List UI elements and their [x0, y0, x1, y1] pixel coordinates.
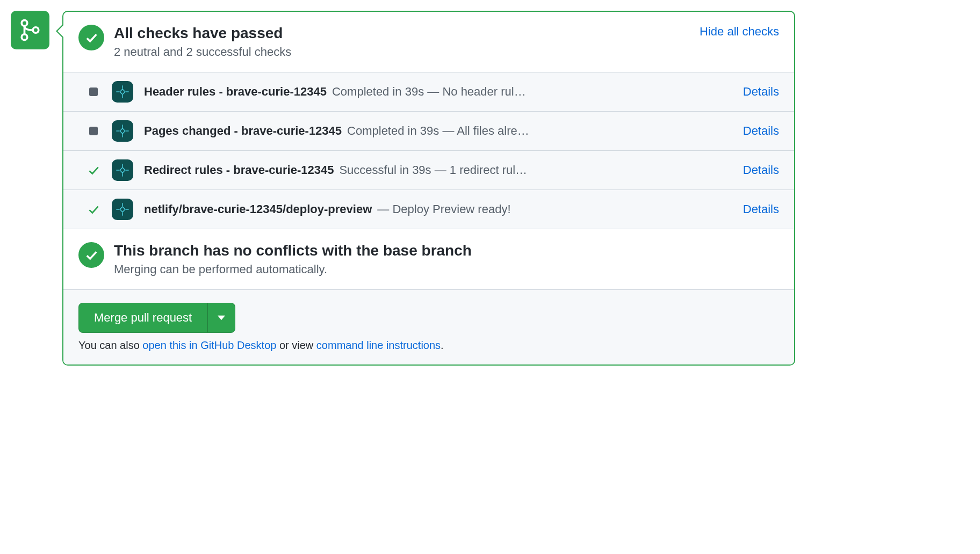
hint-suffix: .: [441, 339, 444, 351]
hide-all-checks-link[interactable]: Hide all checks: [700, 25, 779, 39]
details-link[interactable]: Details: [743, 202, 779, 216]
open-github-desktop-link[interactable]: open this in GitHub Desktop: [142, 339, 276, 351]
check-name: Header rules - brave-curie-12345: [144, 85, 327, 99]
check-description: Completed in 39s — All files alre…: [347, 124, 529, 138]
neutral-icon: [89, 88, 98, 96]
checks-summary-section: All checks have passed 2 neutral and 2 s…: [63, 12, 794, 72]
neutral-icon: [89, 127, 98, 135]
merge-action-section: Merge pull request You can also open thi…: [63, 290, 794, 365]
check-icon: [87, 202, 100, 216]
netlify-app-icon: [112, 159, 133, 181]
merge-badge: [11, 11, 49, 49]
check-description: Completed in 39s — No header rul…: [332, 85, 526, 99]
command-line-instructions-link[interactable]: command line instructions: [316, 339, 441, 351]
conflicts-section: This branch has no conflicts with the ba…: [63, 229, 794, 290]
success-circle-icon: [78, 25, 104, 50]
caret-down-icon: [218, 314, 225, 322]
details-link[interactable]: Details: [743, 163, 779, 177]
hint-middle: or view: [276, 339, 316, 351]
git-merge-icon: [19, 19, 41, 41]
details-link[interactable]: Details: [743, 85, 779, 99]
check-icon: [87, 163, 100, 177]
svg-rect-22: [120, 207, 125, 212]
check-name: Pages changed - brave-curie-12345: [144, 124, 342, 138]
svg-rect-7: [120, 89, 125, 94]
check-name: netlify/brave-curie-12345/deploy-preview: [144, 202, 372, 216]
check-description: Successful in 39s — 1 redirect rul…: [339, 163, 527, 177]
svg-rect-12: [120, 128, 125, 134]
conflicts-title: This branch has no conflicts with the ba…: [114, 242, 779, 259]
check-row: Redirect rules - brave-curie-12345 Succe…: [63, 151, 794, 190]
svg-point-2: [33, 27, 39, 33]
check-icon: [84, 30, 99, 45]
hint-prefix: You can also: [78, 339, 142, 351]
svg-point-0: [21, 20, 27, 26]
checks-list: Header rules - brave-curie-12345 Complet…: [63, 72, 794, 229]
check-status-neutral: [86, 88, 101, 96]
merge-options-dropdown[interactable]: [207, 303, 235, 333]
success-circle-icon: [78, 242, 104, 268]
check-row: Pages changed - brave-curie-12345 Comple…: [63, 112, 794, 151]
svg-rect-17: [120, 167, 125, 173]
check-row: Header rules - brave-curie-12345 Complet…: [63, 72, 794, 112]
check-icon: [84, 247, 99, 263]
check-status-success: [86, 202, 101, 216]
check-row: netlify/brave-curie-12345/deploy-preview…: [63, 190, 794, 229]
netlify-app-icon: [112, 81, 133, 103]
checks-subtitle: 2 neutral and 2 successful checks: [114, 45, 690, 59]
conflicts-subtitle: Merging can be performed automatically.: [114, 263, 779, 276]
netlify-app-icon: [112, 199, 133, 220]
checks-title: All checks have passed: [114, 25, 690, 42]
check-status-success: [86, 163, 101, 177]
check-name: Redirect rules - brave-curie-12345: [144, 163, 334, 177]
details-link[interactable]: Details: [743, 124, 779, 138]
merge-pull-request-button[interactable]: Merge pull request: [78, 303, 207, 333]
check-status-neutral: [86, 127, 101, 135]
svg-point-1: [21, 34, 27, 40]
check-description: — Deploy Preview ready!: [377, 202, 510, 216]
merge-hint-text: You can also open this in GitHub Desktop…: [78, 339, 779, 352]
merge-status-panel: All checks have passed 2 neutral and 2 s…: [62, 11, 795, 366]
netlify-app-icon: [112, 120, 133, 142]
